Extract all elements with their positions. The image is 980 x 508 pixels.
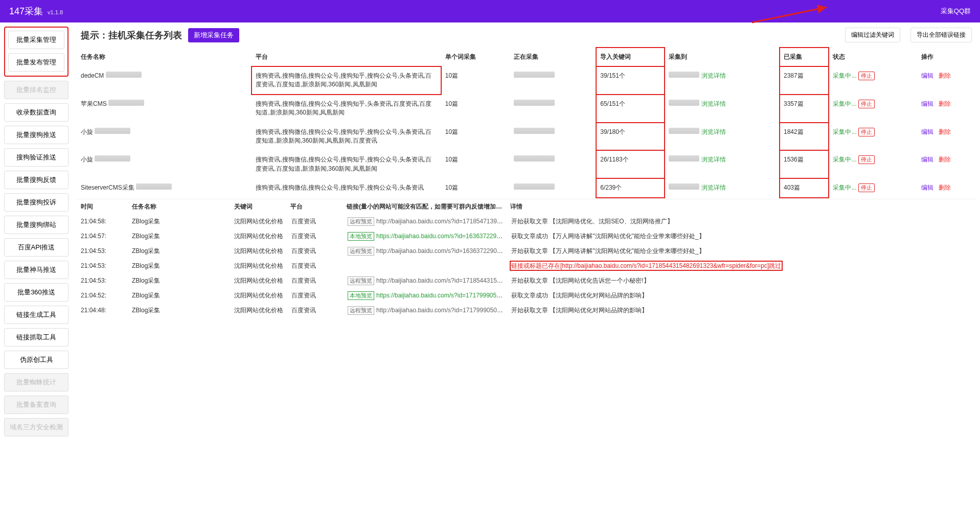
remote-preview-tag[interactable]: 远程预览 — [348, 247, 374, 256]
task-header-2: 单个词采集 — [441, 48, 510, 66]
edit-filter-keywords-button[interactable]: 编辑过滤关键词 — [845, 28, 900, 42]
task-name: SiteserverCMS采集 — [77, 178, 252, 197]
log-link: 远程预览http://baijiahao.baidu.com/s?id=1717… — [344, 303, 507, 318]
log-row: 21:04:52:ZBlog采集沈阳网站优化价格百度资讯本地预览https://… — [77, 288, 976, 303]
sidebar-item-3[interactable]: 搜狗验证推送 — [4, 148, 69, 167]
browse-detail-link[interactable]: 浏览详情 — [701, 128, 726, 135]
stop-button[interactable]: 停止 — [858, 72, 875, 80]
task-status: 采集中...停止 — [829, 123, 917, 151]
app-header: 147采集 v1.1.8 采集QQ群 — [0, 0, 980, 22]
task-single: 10篇 — [441, 178, 510, 197]
sidebar-item-collect-manage[interactable]: 批量采集管理 — [8, 31, 64, 49]
edit-link[interactable]: 编辑 — [921, 100, 933, 107]
task-collect-target: 浏览详情 — [665, 150, 780, 178]
sidebar-item-9[interactable]: 批量360推送 — [4, 283, 69, 302]
task-status: 采集中...停止 — [829, 95, 917, 123]
task-collected: 403篇 — [780, 178, 829, 197]
sidebar-item-10[interactable]: 链接生成工具 — [4, 306, 69, 324]
sidebar-item-15: 域名三方安全检测 — [4, 418, 69, 436]
log-task: ZBlog采集 — [128, 229, 230, 244]
task-row: 苹果CMS 搜狗资讯,搜狗微信,搜狗公众号,搜狗知乎,头条资讯,百度资讯,百度知… — [77, 95, 980, 123]
log-pane: 时间任务名称关键词平台链接(量小的网站可能没有匹配，如需要可群内反馈增加规则)详… — [77, 199, 976, 504]
log-time: 21:04:57: — [77, 229, 128, 244]
add-task-button[interactable]: 新增采集任务 — [188, 28, 239, 42]
remote-preview-tag[interactable]: 远程预览 — [348, 276, 374, 285]
log-row: 21:04:53:ZBlog采集沈阳网站优化价格百度资讯远程预览http://b… — [77, 244, 976, 259]
log-detail: 获取文章成功 【沈阳网站优化对网站品牌的影响】 — [507, 288, 976, 303]
sidebar-item-0: 批量排名监控 — [4, 81, 69, 99]
remote-preview-tag[interactable]: 远程预览 — [348, 306, 374, 315]
task-status: 采集中...停止 — [829, 178, 917, 197]
remote-preview-tag[interactable]: 远程预览 — [348, 217, 374, 226]
sidebar-item-5[interactable]: 批量搜狗投诉 — [4, 193, 69, 212]
log-time: 21:04:52: — [77, 288, 128, 303]
log-row: 21:04:58:ZBlog采集沈阳网站优化价格百度资讯远程预览http://b… — [77, 214, 976, 229]
sidebar-item-11[interactable]: 链接抓取工具 — [4, 328, 69, 347]
edit-link[interactable]: 编辑 — [921, 128, 933, 135]
task-single: 10篇 — [441, 95, 510, 123]
task-platform: 搜狗资讯,搜狗微信,搜狗公众号,搜狗知乎,搜狗公众号,头条资讯,百度知道,新浪新… — [252, 123, 441, 151]
browse-detail-link[interactable]: 浏览详情 — [701, 156, 726, 163]
task-single: 10篇 — [441, 150, 510, 178]
export-error-links-button[interactable]: 导出全部错误链接 — [910, 28, 972, 42]
task-platform: 搜狗资讯,搜狗微信,搜狗公众号,搜狗知乎,头条资讯,百度资讯,百度知道,新浪新闻… — [252, 95, 441, 123]
edit-link[interactable]: 编辑 — [921, 156, 933, 163]
task-single: 10篇 — [441, 66, 510, 95]
task-collect-target: 浏览详情 — [665, 95, 780, 123]
brand-version: v1.1.8 — [48, 9, 63, 15]
task-platform: 搜狗资讯,搜狗微信,搜狗公众号,搜狗知乎,搜狗公众号,头条资讯,百度资讯,百度知… — [252, 66, 441, 95]
log-time: 21:04:58: — [77, 214, 128, 229]
task-row: 小旋 搜狗资讯,搜狗微信,搜狗公众号,搜狗知乎,搜狗公众号,头条资讯,百度资讯,… — [77, 150, 980, 178]
sidebar-item-1[interactable]: 收录数据查询 — [4, 103, 69, 122]
log-table: 时间任务名称关键词平台链接(量小的网站可能没有匹配，如需要可群内反馈增加规则)详… — [77, 199, 976, 214]
task-row: 小旋 搜狗资讯,搜狗微信,搜狗公众号,搜狗知乎,搜狗公众号,头条资讯,百度知道,… — [77, 123, 980, 151]
browse-detail-link[interactable]: 浏览详情 — [701, 100, 726, 107]
stop-button[interactable]: 停止 — [858, 128, 875, 136]
task-status: 采集中...停止 — [829, 66, 917, 95]
sidebar-item-4[interactable]: 批量搜狗反馈 — [4, 171, 69, 189]
delete-link[interactable]: 删除 — [939, 128, 951, 135]
sidebar-item-12[interactable]: 伪原创工具 — [4, 351, 69, 369]
stop-button[interactable]: 停止 — [858, 183, 875, 192]
browse-detail-link[interactable]: 浏览详情 — [701, 72, 726, 79]
log-kw: 沈阳网站优化价格 — [230, 288, 287, 303]
task-actions: 编辑 删除 — [917, 123, 980, 151]
log-scroll-area[interactable]: 21:04:58:ZBlog采集沈阳网站优化价格百度资讯远程预览http://b… — [77, 214, 976, 504]
brand-title: 147采集 — [9, 6, 43, 16]
log-time: 21:04:48: — [77, 303, 128, 318]
stop-button[interactable]: 停止 — [858, 100, 875, 108]
task-platform: 搜狗资讯,搜狗微信,搜狗公众号,搜狗知乎,搜狗公众号,头条资讯,百度资讯,百度知… — [252, 150, 441, 178]
delete-link[interactable]: 删除 — [939, 184, 951, 191]
delete-link[interactable]: 删除 — [939, 72, 951, 79]
sidebar: 批量采集管理 批量发布管理 批量排名监控收录数据查询批量搜狗推送搜狗验证推送批量… — [0, 22, 73, 508]
delete-link[interactable]: 删除 — [939, 156, 951, 163]
log-kw: 沈阳网站优化价格 — [230, 244, 287, 259]
log-header-1: 任务名称 — [128, 199, 230, 214]
task-row: SiteserverCMS采集 搜狗资讯,搜狗微信,搜狗公众号,搜狗知乎,搜狗公… — [77, 178, 980, 197]
task-keywords: 39/151个 — [596, 66, 665, 95]
task-single: 10篇 — [441, 123, 510, 151]
sidebar-item-7[interactable]: 百度API推送 — [4, 238, 69, 257]
sidebar-item-2[interactable]: 批量搜狗推送 — [4, 126, 69, 144]
edit-link[interactable]: 编辑 — [921, 184, 933, 191]
log-kw: 沈阳网站优化价格 — [230, 273, 287, 288]
log-link: 本地预览https://baijiahao.baidu.com/s?id=171… — [344, 288, 507, 303]
log-detail: 开始获取文章 【沈阳网站优化对网站品牌的影响】 — [507, 303, 976, 318]
log-plat: 百度资讯 — [287, 259, 344, 273]
local-preview-tag[interactable]: 本地预览 — [348, 291, 374, 300]
sidebar-item-8[interactable]: 批量神马推送 — [4, 261, 69, 279]
browse-detail-link[interactable]: 浏览详情 — [701, 184, 726, 191]
local-preview-tag[interactable]: 本地预览 — [348, 232, 374, 241]
sidebar-item-publish-manage[interactable]: 批量发布管理 — [8, 53, 64, 72]
log-kw: 沈阳网站优化价格 — [230, 214, 287, 229]
task-header-4: 导入关键词 — [596, 48, 665, 66]
task-keywords: 65/151个 — [596, 95, 665, 123]
log-kw: 沈阳网站优化价格 — [230, 229, 287, 244]
edit-link[interactable]: 编辑 — [921, 72, 933, 79]
sidebar-item-6[interactable]: 批量搜狗绑站 — [4, 216, 69, 234]
stop-button[interactable]: 停止 — [858, 155, 875, 164]
log-row: 21:04:53:ZBlog采集沈阳网站优化价格百度资讯链接或标题已存在[htt… — [77, 259, 976, 273]
log-detail: 链接或标题已存在[http://baijiahao.baidu.com/s?id… — [507, 259, 976, 273]
qq-group-link[interactable]: 采集QQ群 — [941, 7, 971, 16]
delete-link[interactable]: 删除 — [939, 100, 951, 107]
